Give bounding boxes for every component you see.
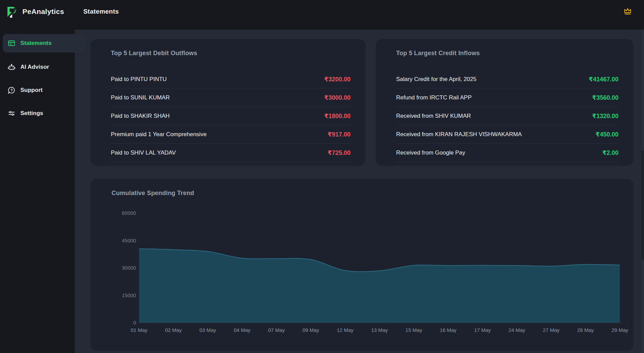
app-logo-icon: P (5, 4, 21, 19)
transaction-row: Paid to SUNIL KUMAR₹3000.00 (111, 89, 351, 107)
transaction-label: Paid to SHAKIR SHAH (111, 113, 170, 119)
svg-text:?: ? (11, 88, 13, 92)
sidebar-item-label: Support (20, 87, 43, 94)
sidebar-item-label: Statements (20, 40, 52, 47)
x-tick-label: 03 May (199, 327, 216, 333)
x-tick-label: 17 May (474, 327, 491, 333)
y-tick-label: 45000 (122, 238, 136, 243)
page-title: Statements (83, 8, 119, 15)
transaction-row: Refund from IRCTC Rail APP₹3560.00 (396, 89, 618, 107)
sidebar-item-support[interactable]: ? Support (0, 81, 75, 99)
transaction-row: Received from KIRAN RAJESH VISHWAKARMA₹4… (396, 125, 618, 144)
x-tick-label: 27 May (543, 327, 560, 333)
sidebar-item-ai-advisor[interactable]: AI Advisor (0, 58, 75, 76)
transaction-amount: ₹450.00 (595, 131, 618, 138)
transaction-row: Premium paid 1 Year Comprehensive₹917.00 (111, 125, 351, 144)
x-tick-label: 04 May (234, 327, 251, 333)
x-tick-label: 29 May (611, 327, 628, 333)
sidebar-item-settings[interactable]: Settings (0, 104, 75, 123)
transaction-label: Premium paid 1 Year Comprehensive (111, 131, 207, 138)
transaction-amount: ₹2.00 (602, 149, 618, 157)
transaction-row: Received from Google Pay₹2.00 (396, 144, 618, 162)
transaction-row: Salary Credit for the April, 2025₹41467.… (396, 70, 618, 89)
x-tick-label: 15 May (405, 327, 422, 333)
transaction-amount: ₹3200.00 (324, 76, 351, 83)
transaction-amount: ₹1800.00 (324, 112, 351, 120)
x-tick-label: 01 May (131, 327, 148, 333)
debit-outflows-card: Top 5 Largest Debit Outflows Paid to PIN… (90, 39, 366, 166)
transaction-label: Received from SHIV KUMAR (396, 113, 471, 119)
transaction-amount: ₹1320.00 (592, 112, 618, 120)
transaction-label: Received from KIRAN RAJESH VISHWAKARMA (396, 131, 522, 138)
x-tick-label: 28 May (577, 327, 594, 333)
spending-trend-card: Cumulative Spending Trend 01500030000450… (90, 179, 633, 351)
x-tick-label: 24 May (508, 327, 525, 333)
credit-card-title: Top 5 Largest Credit Inflows (396, 50, 480, 57)
x-tick-label: 16 May (440, 327, 457, 333)
sidebar-item-statements[interactable]: Statements (3, 34, 86, 52)
spending-trend-chart[interactable]: 01500030000450006000001 May02 May03 May0… (90, 179, 633, 351)
transaction-label: Received from Google Pay (396, 149, 465, 156)
x-tick-label: 09 May (302, 327, 319, 333)
transaction-label: Paid to SHIV LAL YADAV (111, 149, 176, 156)
y-tick-label: 0 (133, 320, 136, 325)
transaction-amount: ₹917.00 (327, 131, 351, 138)
transaction-label: Salary Credit for the April, 2025 (396, 76, 476, 83)
x-tick-label: 12 May (337, 327, 354, 333)
transaction-amount: ₹725.00 (327, 149, 351, 157)
debit-rows: Paid to PINTU PINTU₹3200.00Paid to SUNIL… (111, 70, 351, 162)
credit-inflows-card: Top 5 Largest Credit Inflows Salary Cred… (376, 39, 633, 166)
transaction-amount: ₹3560.00 (592, 94, 618, 101)
sidebar (0, 30, 75, 353)
settings-sliders-icon (7, 109, 16, 117)
scrollbar-track[interactable] (641, 30, 644, 353)
y-tick-label: 60000 (122, 210, 136, 216)
transaction-row: Paid to SHAKIR SHAH₹1800.00 (111, 107, 351, 125)
app-name: PeAnalytics (22, 7, 64, 16)
scrollbar-thumb[interactable] (642, 150, 644, 260)
y-tick-label: 30000 (122, 265, 136, 271)
transaction-label: Paid to SUNIL KUMAR (111, 94, 170, 101)
x-tick-label: 02 May (165, 327, 182, 333)
transaction-label: Refund from IRCTC Rail APP (396, 94, 472, 101)
debit-card-title: Top 5 Largest Debit Outflows (111, 50, 197, 57)
sidebar-item-label: Settings (20, 110, 43, 117)
transaction-label: Paid to PINTU PINTU (111, 76, 167, 83)
transaction-row: Received from SHIV KUMAR₹1320.00 (396, 107, 618, 125)
y-tick-label: 15000 (122, 292, 136, 298)
x-tick-label: 13 May (371, 327, 388, 333)
x-tick-label: 07 May (268, 327, 285, 333)
transaction-row: Paid to PINTU PINTU₹3200.00 (111, 70, 351, 89)
statements-icon (7, 39, 16, 47)
crown-icon[interactable] (623, 6, 632, 16)
robot-icon (7, 63, 16, 71)
credit-rows: Salary Credit for the April, 2025₹41467.… (396, 70, 618, 162)
transaction-amount: ₹3000.00 (324, 94, 351, 101)
sidebar-item-label: AI Advisor (20, 64, 49, 70)
transaction-amount: ₹41467.00 (589, 76, 618, 83)
topbar: P PeAnalytics Statements (0, 0, 644, 30)
transaction-row: Paid to SHIV LAL YADAV₹725.00 (111, 144, 351, 162)
help-chat-icon: ? (7, 86, 16, 94)
trend-area (139, 249, 620, 323)
